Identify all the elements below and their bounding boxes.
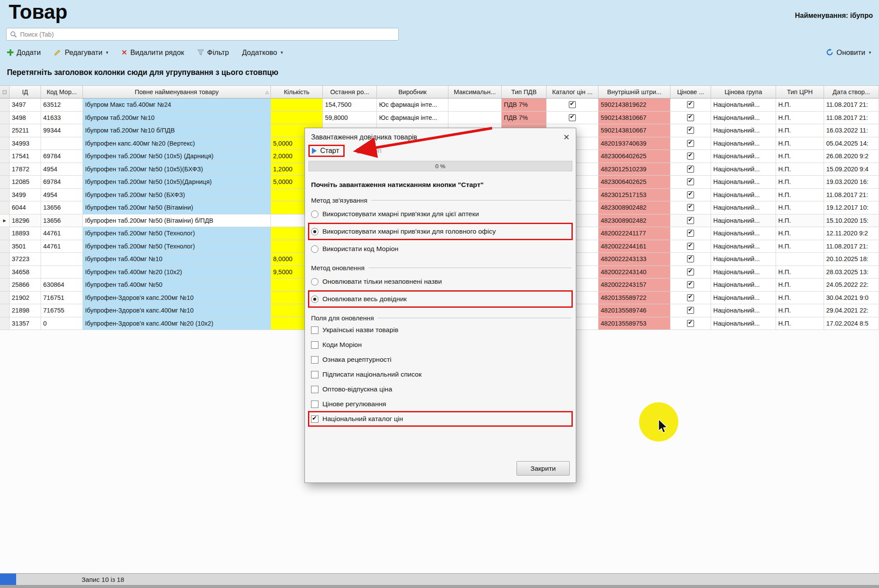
checkbox-icon[interactable] <box>311 415 318 423</box>
checkbox-checked-icon[interactable] <box>687 191 694 198</box>
checkbox-icon[interactable] <box>311 386 318 393</box>
close-icon[interactable]: ✕ <box>563 133 570 142</box>
option-label: Оновлювати весь довідник <box>322 295 407 303</box>
radio-icon[interactable] <box>311 245 318 253</box>
column-header-10[interactable]: Внутрішній штри... <box>599 85 670 99</box>
add-button[interactable]: Додати <box>7 48 41 57</box>
edit-button[interactable]: Редагувати ▾ <box>54 48 108 57</box>
cell-catalog <box>547 99 599 112</box>
field-option-6[interactable]: Цінове регулювання <box>309 398 571 411</box>
more-button[interactable]: Додатково ▾ <box>242 48 283 57</box>
column-header-14[interactable]: Дата створ... <box>824 85 879 99</box>
tool-label: Редагувати <box>65 48 102 57</box>
checkbox-checked-icon[interactable] <box>687 320 694 327</box>
checkbox-checked-icon[interactable] <box>687 204 694 211</box>
cell-name: Ібупрофен таб.400мг №50 <box>83 279 271 292</box>
cell-id: 25211 <box>10 124 41 137</box>
column-header-8[interactable]: Тип ПДВ <box>502 85 547 99</box>
radio-icon[interactable] <box>311 211 318 218</box>
cell-crn: Н.П. <box>776 227 824 240</box>
column-header-5[interactable]: Остання ро... <box>323 85 377 99</box>
checkbox-checked-icon[interactable] <box>687 269 694 275</box>
checkbox-checked-icon[interactable] <box>687 114 694 121</box>
checkbox-icon[interactable] <box>311 341 318 349</box>
search-box[interactable] <box>6 28 399 41</box>
checkbox-checked-icon[interactable] <box>687 101 694 108</box>
binding-option-1[interactable]: Використовувати хмарні прив'язки для ціє… <box>309 207 571 221</box>
checkbox-checked-icon[interactable] <box>687 166 694 173</box>
field-option-5[interactable]: Оптово-відпускна ціна <box>309 383 571 396</box>
section-update-fields: Поля для оновлення <box>309 314 571 322</box>
cell-code: 69784 <box>41 150 83 163</box>
column-label: Каталог цін ... <box>552 88 592 95</box>
cell-created: 24.05.2022 22: <box>824 279 879 292</box>
update-option-2[interactable]: Оновлювати весь довідник <box>309 292 571 306</box>
cell-name: Ібупрофен таб.200мг №50 (Технолог) <box>83 227 271 240</box>
cell-price_flag <box>670 112 711 125</box>
cell-code: 13656 <box>41 201 83 214</box>
option-label: Українські назви товарів <box>322 326 398 334</box>
checkbox-checked-icon[interactable] <box>687 127 694 134</box>
filter-button[interactable]: Фільтр <box>197 48 229 57</box>
column-header-7[interactable]: Максимальн... <box>448 85 502 99</box>
close-dialog-button[interactable]: Закрити <box>516 461 570 476</box>
column-header-4[interactable]: Кількість <box>271 85 323 99</box>
radio-icon[interactable] <box>311 278 318 286</box>
start-button[interactable]: Старт <box>312 147 339 155</box>
tool-label: Видалити рядок <box>130 48 184 57</box>
column-header-3[interactable]: Повне найменування товару△ <box>83 85 271 99</box>
column-header-12[interactable]: Цінова група <box>711 85 776 99</box>
update-option-1[interactable]: Оновлювати тільки незаповнені назви <box>309 274 571 289</box>
checkbox-checked-icon[interactable] <box>687 243 694 250</box>
cell-created: 29.04.2021 22: <box>824 304 879 317</box>
cell-id: 18296 <box>10 214 41 228</box>
checkbox-checked-icon[interactable] <box>569 114 576 121</box>
cell-price_flag <box>670 99 711 112</box>
option-label: Використовувати хмарні прив'язки для гол… <box>322 228 496 235</box>
checkbox-checked-icon[interactable] <box>687 140 694 147</box>
field-option-7[interactable]: Національний каталог цін <box>309 412 571 425</box>
field-option-1[interactable]: Українські назви товарів <box>309 323 571 336</box>
field-option-4[interactable]: Підписати національний список <box>309 368 571 381</box>
chevron-down-icon: ▾ <box>869 50 871 55</box>
checkbox-checked-icon[interactable] <box>687 294 694 301</box>
field-option-2[interactable]: Коди Моріон <box>309 338 571 351</box>
section-update-method: Метод оновлення <box>309 264 571 272</box>
delete-row-button[interactable]: ✕ Видалити рядок <box>121 48 184 57</box>
checkbox-icon[interactable] <box>311 371 318 378</box>
checkbox-checked-icon[interactable] <box>687 230 694 237</box>
column-header-11[interactable]: Цінове ... <box>670 85 711 99</box>
table-row[interactable]: 349763512Ібупром Макс таб.400мг №24154,7… <box>0 99 879 112</box>
column-header-13[interactable]: Тип ЦРН <box>776 85 824 99</box>
checkbox-icon[interactable] <box>311 401 318 408</box>
checkbox-checked-icon[interactable] <box>687 281 694 288</box>
cell-name: Ібупрофен таб.400мг №10 <box>83 253 271 266</box>
column-header-9[interactable]: Каталог цін ... <box>547 85 599 99</box>
checkbox-checked-icon[interactable] <box>687 153 694 160</box>
refresh-button[interactable]: Оновити ▾ <box>826 48 871 57</box>
checkbox-checked-icon[interactable] <box>569 101 576 108</box>
checkbox-checked-icon[interactable] <box>687 307 694 314</box>
search-input[interactable] <box>20 31 395 38</box>
cell-price_group: Національний... <box>711 292 776 305</box>
column-header-2[interactable]: Код Мор... <box>41 85 83 99</box>
field-option-3[interactable]: Ознака рецептурності <box>309 353 571 366</box>
tool-label: Оновити <box>837 48 865 57</box>
cell-max <box>448 99 502 112</box>
cell-id: 3499 <box>10 189 41 202</box>
cell-crn: Н.П. <box>776 292 824 305</box>
radio-icon[interactable] <box>311 296 318 303</box>
checkbox-icon[interactable] <box>311 326 318 334</box>
checkbox-checked-icon[interactable] <box>687 255 694 262</box>
binding-option-3[interactable]: Використати код Моріон <box>309 241 571 256</box>
binding-option-2[interactable]: Використовувати хмарні прив'язки для гол… <box>309 224 571 239</box>
checkbox-checked-icon[interactable] <box>687 178 694 185</box>
progress-bar: 0 % <box>308 161 572 171</box>
checkbox-icon[interactable] <box>311 356 318 364</box>
radio-icon[interactable] <box>311 228 318 235</box>
cell-price_flag <box>670 240 711 253</box>
checkbox-checked-icon[interactable] <box>687 217 694 224</box>
column-header-6[interactable]: Виробник <box>377 85 448 99</box>
cell-price_flag <box>670 201 711 214</box>
column-header-1[interactable]: ІД <box>10 85 41 99</box>
